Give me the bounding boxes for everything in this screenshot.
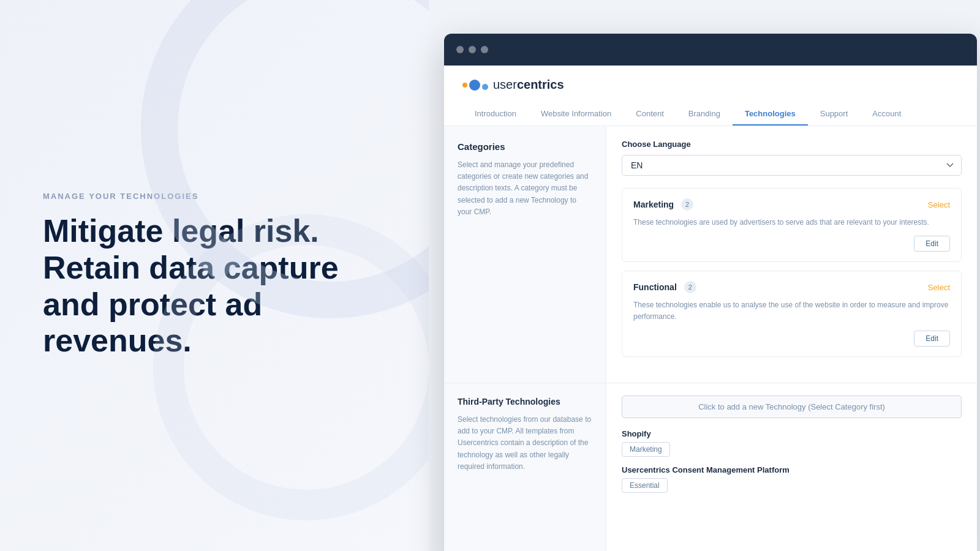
tab-website-information[interactable]: Website Information	[529, 103, 624, 126]
functional-select-button[interactable]: Select	[928, 283, 950, 292]
shopify-tech-category: Marketing	[622, 442, 670, 457]
add-technology-button[interactable]: Click to add a new Technology (Select Ca…	[622, 395, 962, 418]
functional-card-footer: Edit	[633, 331, 950, 347]
tab-support[interactable]: Support	[808, 103, 861, 126]
marketing-select-button[interactable]: Select	[928, 200, 950, 209]
logo-dot-orange	[462, 83, 467, 88]
tab-technologies[interactable]: Technologies	[733, 103, 808, 126]
functional-category-card: Functional 2 Select These technologies e…	[622, 271, 962, 356]
marketing-category-header: Marketing 2 Select	[633, 198, 950, 211]
choose-language-label: Choose Language	[622, 140, 962, 149]
marketing-subtitle: MANAGE YOUR TECHNOLOGIES	[43, 192, 386, 201]
logo-area: usercentrics	[462, 78, 959, 92]
browser-dot-3	[481, 46, 488, 53]
logo-text: usercentrics	[493, 78, 564, 92]
tab-account[interactable]: Account	[860, 103, 913, 126]
logo-icon	[462, 80, 488, 91]
categories-panel: Categories Select and manage your predef…	[444, 126, 606, 383]
browser-dot-2	[469, 46, 476, 53]
marketing-edit-button[interactable]: Edit	[914, 236, 950, 252]
marketing-name-area: Marketing 2	[633, 198, 693, 211]
app-header: usercentrics Introduction Website Inform…	[444, 66, 977, 126]
marketing-category-name: Marketing	[633, 200, 674, 209]
bottom-section: Third-Party Technologies Select technolo…	[444, 383, 977, 551]
shopify-tech-name: Shopify	[622, 429, 962, 438]
functional-category-badge: 2	[684, 281, 696, 293]
logo-dot-blue-small	[482, 84, 488, 90]
marketing-category-desc: These technologies are used by advertise…	[633, 217, 950, 228]
logo-dot-blue-large	[469, 80, 480, 91]
marketing-category-card: Marketing 2 Select These technologies ar…	[622, 188, 962, 262]
nav-tabs: Introduction Website Information Content…	[462, 103, 959, 126]
marketing-section: MANAGE YOUR TECHNOLOGIES Mitigate legal …	[0, 0, 429, 551]
marketing-category-badge: 2	[681, 198, 693, 211]
functional-category-desc: These technologies enable us to analyse …	[633, 299, 950, 323]
logo-text-normal: user	[493, 78, 517, 91]
tab-branding[interactable]: Branding	[676, 103, 733, 126]
usercentrics-tech-item: Usercentrics Consent Management Platform…	[622, 465, 962, 493]
browser-titlebar	[444, 34, 977, 66]
third-party-panel: Third-Party Technologies Select technolo…	[444, 383, 606, 551]
functional-category-name: Functional	[633, 282, 677, 292]
usercentrics-tech-name: Usercentrics Consent Management Platform	[622, 465, 962, 474]
functional-name-area: Functional 2	[633, 281, 696, 293]
marketing-heading: Mitigate legal risk. Retain data capture…	[43, 213, 386, 359]
browser-mockup: usercentrics Introduction Website Inform…	[444, 34, 977, 551]
categories-title: Categories	[458, 141, 592, 152]
tab-content[interactable]: Content	[624, 103, 676, 126]
functional-edit-button[interactable]: Edit	[914, 331, 950, 347]
logo-text-bold: centrics	[517, 78, 564, 91]
language-select[interactable]: EN	[622, 155, 962, 176]
categories-content-panel: Choose Language EN Marketing 2 Select Th…	[606, 126, 977, 383]
technologies-list-panel: Click to add a new Technology (Select Ca…	[606, 383, 977, 551]
categories-description: Select and manage your predefined catego…	[458, 159, 592, 218]
shopify-tech-item: Shopify Marketing	[622, 429, 962, 457]
browser-dot-1	[456, 46, 464, 53]
third-party-description: Select technologies from our database to…	[458, 414, 592, 473]
functional-category-header: Functional 2 Select	[633, 281, 950, 293]
tab-introduction[interactable]: Introduction	[462, 103, 529, 126]
marketing-card-footer: Edit	[633, 236, 950, 252]
usercentrics-tech-category: Essential	[622, 478, 668, 493]
app-content: Categories Select and manage your predef…	[444, 126, 977, 383]
third-party-title: Third-Party Technologies	[458, 397, 592, 407]
browser-body: usercentrics Introduction Website Inform…	[444, 66, 977, 551]
